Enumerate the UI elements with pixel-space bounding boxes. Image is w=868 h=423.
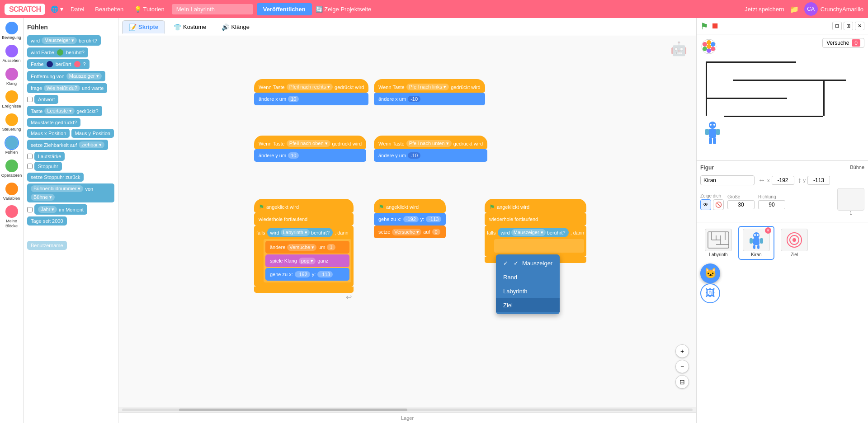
block-days-since-2000[interactable]: Tage seit 2000 [27,216,67,226]
dropdown-item-labyrinth[interactable]: Labyrinth [496,284,560,298]
block-change-y-neg10[interactable]: ändere y um -10 [374,149,487,162]
x-input-10[interactable]: 10 [288,96,299,102]
y-input-10[interactable]: 10 [288,152,299,159]
touching-condition[interactable]: wird Labyrinth ▾ berührt? [267,228,333,237]
block-when-right[interactable]: Wenn Taste Pfeil nach rechts ▾ gedrückt … [254,79,368,93]
backdrop-of-dropdown[interactable]: Bühne ▾ [31,194,55,201]
globe-button[interactable]: 🌐 ▾ [51,5,63,13]
category-bewegung[interactable]: Bewegung [0,20,23,42]
green-flag-button[interactable]: ⚑ [700,21,708,32]
zoom-reset-button[interactable]: ⊟ [675,375,689,389]
add-sprite-button[interactable]: 🐱 [700,263,720,283]
mauszeiger-dropdown-trigger[interactable]: Mauszeiger ▾ [511,229,546,236]
answer-checkbox[interactable] [27,97,33,102]
block-forever-1[interactable]: wiederhole fortlaufend [254,213,354,226]
block-answer[interactable]: Antwort [27,95,114,104]
block-reset-timer[interactable]: setze Stoppuhr zurück [27,173,84,182]
block-set-drag[interactable]: setze Ziehbarkeit auf ziehbar ▾ [27,140,108,150]
category-meine-blocke[interactable]: Meine Blöcke [0,203,23,230]
year-checkbox[interactable] [27,207,33,212]
y-input-neg10[interactable]: -10 [408,152,420,159]
block-mouse-down[interactable]: Maustaste gedrückt? [27,118,80,127]
block-change-x-neg10[interactable]: ändere x um -10 [374,93,485,105]
year-dropdown[interactable]: Jahr ▾ [38,206,57,213]
scratch-logo[interactable]: SCRATCH [5,4,45,15]
view-page-button[interactable]: 🔄 Zeige Projektseite [316,6,372,13]
category-fuhlen[interactable]: Fühlen [0,135,23,157]
touching-dropdown[interactable]: Mauszeiger ▾ [42,37,77,44]
dropdown-item-rand[interactable]: Rand [496,270,560,284]
answer-block[interactable]: Antwort [34,95,58,104]
horizontal-scrollbar[interactable] [118,407,696,412]
block-when-up[interactable]: Wenn Taste Pfeil nach oben ▾ gedrückt wi… [254,136,366,149]
menu-tutorien[interactable]: 💡 Tutorien [131,4,168,14]
zoom-in-button[interactable]: + [675,344,689,358]
key-left-dropdown[interactable]: Pfeil nach links ▾ [406,84,449,90]
richtung-input[interactable] [758,200,785,209]
backdrop-dropdown[interactable]: Bühnenbildnummer ▾ [31,185,83,192]
block-when-flag-3[interactable]: ⚑ angeklickt wird [485,199,586,213]
key-up-dropdown[interactable]: Pfeil nach oben ▾ [287,140,330,147]
block-goto-xy-2[interactable]: gehe zu x: -192 y: -113 [374,213,446,226]
block-change-y-10[interactable]: ändere y um 10 [254,149,366,162]
block-username[interactable]: Benutzername [27,241,67,250]
fullscreen-button[interactable]: ✕ [855,22,864,30]
block-set-versuche[interactable]: setze Versuche ▾ auf 0 [374,226,446,238]
block-when-down[interactable]: Wenn Taste Pfeil nach unten ▾ gedrückt w… [374,136,487,149]
block-change-x-10[interactable]: ändere x um 10 [254,93,368,105]
block-when-flag-2[interactable]: ⚑ angeklickt wird [374,199,446,213]
sprite-kiran[interactable]: ✕ Kiran [738,226,774,260]
block-color-touching[interactable]: wird Farbe berührt? [27,47,88,57]
block-change-versuche[interactable]: ändere Versuche ▾ um 1 [265,241,349,254]
block-key-pressed[interactable]: Taste Leertaste ▾ gedrückt? [27,106,102,116]
stop-button[interactable]: ⏹ [711,21,719,32]
category-aussehen[interactable]: Aussehen [0,43,23,65]
block-when-left[interactable]: Wenn Taste Pfeil nach links ▾ gedrückt w… [374,79,485,93]
drag-dropdown[interactable]: ziehbar ▾ [79,141,104,148]
stage-canvas[interactable]: Versuche 0 [697,34,868,160]
key-dropdown[interactable]: Leertaste ▾ [44,108,75,114]
distance-dropdown[interactable]: Mauszeiger ▾ [66,73,102,80]
publish-button[interactable]: Veröffentlichen [257,3,312,15]
block-when-flag-1[interactable]: ⚑ angeklickt wird [254,199,354,213]
color-circle-pink[interactable] [74,61,80,67]
volume-checkbox[interactable] [27,154,33,159]
block-mouse-y[interactable]: Maus y-Position [71,129,114,138]
zoom-out-button[interactable]: − [675,360,689,373]
ask-input[interactable] [44,85,80,91]
color-circle-blue[interactable] [47,61,53,67]
small-stage-button[interactable]: ⊡ [832,22,842,30]
category-steuerung[interactable]: Steuerung [0,112,23,134]
block-forever-2[interactable]: wiederhole fortlaufend [485,213,586,226]
hide-button[interactable]: 🚫 [713,199,724,210]
key-down-dropdown[interactable]: Pfeil nach unten ▾ [406,140,452,147]
menu-bearbeiten[interactable]: Bearbeiten [91,4,127,14]
tab-klange[interactable]: 🔊 Klänge [215,20,256,34]
dropdown-item-ziel[interactable]: Ziel [496,298,560,312]
volume-block[interactable]: Lautstärke [34,152,65,161]
sprite-kiran-delete[interactable]: ✕ [765,227,771,234]
category-variablen[interactable]: Variablen [0,181,23,203]
block-backdrop[interactable]: Bühnenbildnummer ▾ von Bühne ▾ [27,183,114,202]
figure-name-input[interactable] [700,175,755,185]
project-name-input[interactable] [172,4,253,14]
add-backdrop-button[interactable]: 🖼 [700,283,720,303]
block-distance[interactable]: Entfernung von Mauszeiger ▾ [27,71,105,81]
script-canvas[interactable]: 🤖 Wenn Taste Pfeil nach rechts ▾ gedrück… [118,36,696,407]
block-touching[interactable]: wird Mauszeiger ▾ berührt? [27,35,101,46]
menu-datei[interactable]: Datei [67,4,88,14]
touching-condition-2[interactable]: wird Mauszeiger ▾ berührt? [498,228,569,237]
show-button[interactable]: 👁 [700,199,711,210]
timer-checkbox[interactable] [27,164,33,169]
block-play-sound[interactable]: spiele Klang pop ▾ ganz [265,254,349,267]
x-input-neg10[interactable]: -10 [408,96,420,102]
grosse-input[interactable] [727,200,755,209]
category-ereignisse[interactable]: Ereignisse [0,89,23,111]
timer-block[interactable]: Stoppuhr [34,162,62,171]
block-ask[interactable]: frage und warte [27,83,107,93]
figure-x-input[interactable] [772,176,794,185]
large-stage-button[interactable]: ⊞ [844,22,853,30]
folder-icon[interactable]: 📁 [790,5,799,14]
sprite-labyrinth[interactable]: Labyrinth [700,226,736,260]
tab-skripte[interactable]: 📝 Skripte [122,20,165,34]
